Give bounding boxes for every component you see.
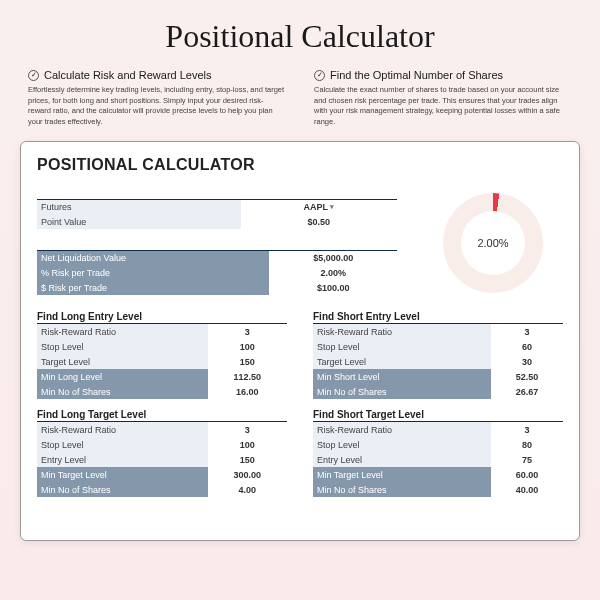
- risk-table: Net Liquidation Value $5,000.00 % Risk p…: [37, 235, 397, 295]
- stop-label: Stop Level: [313, 437, 491, 452]
- futures-label: Futures: [37, 199, 241, 214]
- min-shares-cell: 16.00: [208, 384, 287, 399]
- rr-cell[interactable]: 3: [208, 324, 287, 339]
- min-short-label: Min Short Level: [313, 369, 491, 384]
- card-title: POSITIONAL CALCULATOR: [37, 156, 563, 174]
- pct-risk-cell[interactable]: 2.00%: [269, 265, 397, 280]
- long-target-table: Risk-Reward Ratio3 Stop Level100 Entry L…: [37, 422, 287, 497]
- rr-label: Risk-Reward Ratio: [313, 422, 491, 437]
- min-target-cell: 300.00: [208, 467, 287, 482]
- rr-label: Risk-Reward Ratio: [37, 324, 208, 339]
- stop-cell[interactable]: 100: [208, 339, 287, 354]
- dollar-risk-label: $ Risk per Trade: [37, 280, 269, 295]
- min-target-label: Min Target Level: [37, 467, 208, 482]
- min-short-cell: 52.50: [491, 369, 563, 384]
- rr-cell[interactable]: 3: [491, 324, 563, 339]
- rr-cell[interactable]: 3: [208, 422, 287, 437]
- min-long-label: Min Long Level: [37, 369, 208, 384]
- min-shares-label: Min No of Shares: [313, 482, 491, 497]
- point-value-cell[interactable]: $0.50: [241, 214, 397, 229]
- entry-cell[interactable]: 75: [491, 452, 563, 467]
- stop-cell[interactable]: 100: [208, 437, 287, 452]
- min-shares-label: Min No of Shares: [37, 482, 208, 497]
- rr-label: Risk-Reward Ratio: [313, 324, 491, 339]
- point-value-label: Point Value: [37, 214, 241, 229]
- target-label: Target Level: [313, 354, 491, 369]
- stop-cell[interactable]: 80: [491, 437, 563, 452]
- entry-cell[interactable]: 150: [208, 452, 287, 467]
- page-title: Positional Calculator: [0, 18, 600, 55]
- min-shares-label: Min No of Shares: [37, 384, 208, 399]
- check-icon: ✓: [28, 70, 39, 81]
- feature-body: Effortlessly determine key trading level…: [28, 85, 286, 127]
- short-target-title: Find Short Target Level: [313, 409, 563, 422]
- short-target-table: Risk-Reward Ratio3 Stop Level80 Entry Le…: [313, 422, 563, 497]
- stop-label: Stop Level: [37, 437, 208, 452]
- stop-label: Stop Level: [313, 339, 491, 354]
- dollar-risk-cell: $100.00: [269, 280, 397, 295]
- min-target-cell: 60.00: [491, 467, 563, 482]
- feature-heading: Find the Optimal Number of Shares: [330, 69, 503, 81]
- pct-risk-label: % Risk per Trade: [37, 265, 269, 280]
- rr-cell[interactable]: 3: [491, 422, 563, 437]
- min-target-label: Min Target Level: [313, 467, 491, 482]
- feature-heading: Calculate Risk and Reward Levels: [44, 69, 212, 81]
- chevron-down-icon: ▾: [330, 203, 334, 211]
- short-entry-table: Risk-Reward Ratio3 Stop Level60 Target L…: [313, 324, 563, 399]
- min-shares-cell: 40.00: [491, 482, 563, 497]
- nlv-label: Net Liquidation Value: [37, 250, 269, 265]
- long-entry-table: Risk-Reward Ratio3 Stop Level100 Target …: [37, 324, 287, 399]
- feature-optimal-shares: ✓ Find the Optimal Number of Shares Calc…: [314, 69, 572, 127]
- calculator-card: POSITIONAL CALCULATOR Futures AAPL▾ Poin…: [20, 141, 580, 541]
- min-shares-cell: 4.00: [208, 482, 287, 497]
- feature-risk-reward: ✓ Calculate Risk and Reward Levels Effor…: [28, 69, 286, 127]
- target-label: Target Level: [37, 354, 208, 369]
- chart-center-label: 2.00%: [461, 211, 525, 275]
- min-shares-label: Min No of Shares: [313, 384, 491, 399]
- long-entry-title: Find Long Entry Level: [37, 311, 287, 324]
- rr-label: Risk-Reward Ratio: [37, 422, 208, 437]
- instrument-table: Futures AAPL▾ Point Value $0.50: [37, 184, 397, 229]
- futures-dropdown[interactable]: AAPL▾: [241, 199, 397, 214]
- entry-label: Entry Level: [313, 452, 491, 467]
- entry-label: Entry Level: [37, 452, 208, 467]
- stop-label: Stop Level: [37, 339, 208, 354]
- stop-cell[interactable]: 60: [491, 339, 563, 354]
- target-cell[interactable]: 30: [491, 354, 563, 369]
- min-long-cell: 112.50: [208, 369, 287, 384]
- risk-donut-chart: 2.00%: [443, 193, 543, 293]
- nlv-cell[interactable]: $5,000.00: [269, 250, 397, 265]
- short-entry-title: Find Short Entry Level: [313, 311, 563, 324]
- target-cell[interactable]: 150: [208, 354, 287, 369]
- min-shares-cell: 26.67: [491, 384, 563, 399]
- feature-body: Calculate the exact number of shares to …: [314, 85, 572, 127]
- check-icon: ✓: [314, 70, 325, 81]
- long-target-title: Find Long Target Level: [37, 409, 287, 422]
